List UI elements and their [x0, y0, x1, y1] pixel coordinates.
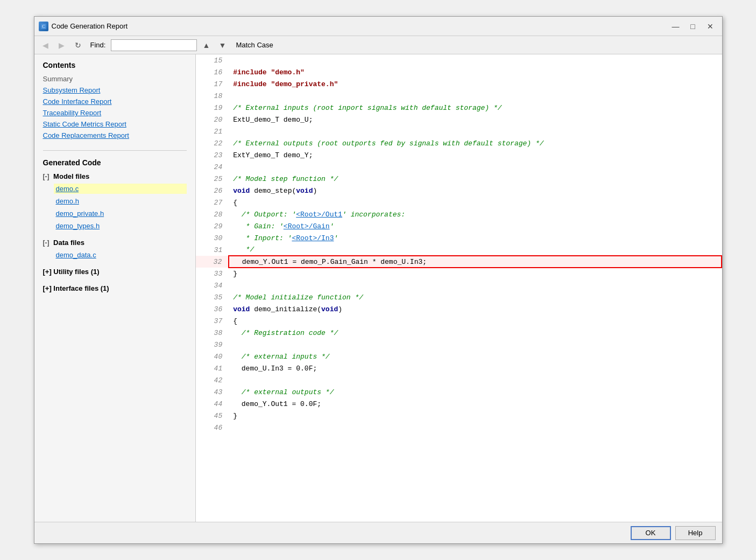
table-row: 20ExtU_demo_T demo_U;: [196, 114, 722, 125]
line-code: demo_Y.Out1 = demo_P.Gain_Gain * demo_U.…: [229, 256, 721, 268]
nav-item-code-interface-report[interactable]: Code Interface Report: [43, 97, 187, 106]
line-code: [229, 125, 721, 137]
code-table: 1516#include "demo.h"17#include "demo_pr…: [196, 54, 722, 433]
utility-files-header[interactable]: [+] Utility files (1): [43, 268, 187, 276]
window-title: Code Generation Report: [52, 22, 668, 30]
maximize-button[interactable]: □: [686, 20, 701, 32]
line-number: 37: [196, 315, 229, 327]
kw-token: void: [296, 187, 313, 195]
sidebar-divider: [43, 150, 187, 151]
find-up-button[interactable]: ▲: [199, 39, 213, 52]
line-code: [229, 339, 721, 351]
normal-token: ): [338, 305, 342, 313]
nav-item-summary: Summary: [43, 75, 187, 83]
table-row: 29 * Gain: '<Root>/Gain': [196, 220, 722, 232]
nav-items: SummarySubsystem ReportCode Interface Re…: [43, 75, 187, 143]
table-row: 46: [196, 422, 722, 433]
line-code: [229, 90, 721, 102]
data-files-group: [-] Data files demo_data.c: [43, 239, 187, 262]
line-code: [229, 161, 721, 173]
window-controls: — □ ✕: [668, 20, 718, 32]
line-number: 33: [196, 268, 229, 279]
line-code: [229, 279, 721, 291]
table-row: 16#include "demo.h": [196, 66, 722, 78]
link-token[interactable]: <Root>/Out1: [296, 211, 342, 219]
search-input[interactable]: [111, 39, 197, 51]
line-code: /* External inputs (root inport signals …: [229, 102, 721, 114]
table-row: 41 demo_U.In3 = 0.0F;: [196, 362, 722, 374]
ok-button[interactable]: OK: [631, 526, 671, 540]
model-files-header[interactable]: [-] Model files: [43, 172, 187, 180]
line-number: 26: [196, 185, 229, 197]
comment-token: /* Model initialize function */: [233, 293, 363, 302]
table-row: 37{: [196, 315, 722, 327]
line-number: 18: [196, 90, 229, 102]
file-item-demo_types-h[interactable]: demo_types.h: [54, 221, 187, 231]
utility-files-group: [+] Utility files (1): [43, 268, 187, 279]
normal-token: {: [233, 199, 237, 207]
file-item-demo_private-h[interactable]: demo_private.h: [54, 208, 187, 219]
bottom-bar: OK Help: [34, 522, 722, 543]
kw-token: void: [233, 187, 250, 195]
line-code: void demo_step(void): [229, 185, 721, 197]
line-number: 41: [196, 362, 229, 374]
line-number: 23: [196, 149, 229, 161]
line-code: }: [229, 410, 721, 422]
data-files-header[interactable]: [-] Data files: [43, 239, 187, 247]
line-code: ExtY_demo_T demo_Y;: [229, 149, 721, 161]
file-item-demo-h[interactable]: demo.h: [54, 196, 187, 206]
find-down-button[interactable]: ▼: [215, 39, 229, 52]
comment-token: /* External inputs (root inport signals …: [233, 104, 501, 112]
back-button[interactable]: ◀: [39, 39, 53, 52]
comment-token: ': [334, 234, 338, 242]
table-row: 33}: [196, 268, 722, 279]
data-files-collapse-icon: [-]: [43, 239, 50, 247]
data-files-label: Data files: [52, 239, 84, 247]
nav-item-subsystem-report[interactable]: Subsystem Report: [43, 86, 187, 94]
comment-token: /* Registration code */: [233, 329, 338, 337]
normal-token: ): [313, 187, 317, 195]
line-number: 15: [196, 54, 229, 66]
comment-token: /* external outputs */: [233, 388, 334, 396]
comment-token: /* Outport: ': [233, 211, 296, 219]
model-files-list: demo.cdemo.hdemo_private.hdemo_types.h: [43, 184, 187, 231]
link-token[interactable]: <Root>/In3: [292, 234, 334, 242]
table-row: 40 /* external inputs */: [196, 351, 722, 362]
directive-token: #include "demo_private.h": [233, 80, 338, 88]
interface-files-header[interactable]: [+] Interface files (1): [43, 284, 187, 292]
table-row: 39: [196, 339, 722, 351]
line-code: */: [229, 244, 721, 256]
table-row: 35/* Model initialize function */: [196, 291, 722, 303]
refresh-button[interactable]: ↻: [71, 39, 85, 52]
table-row: 17#include "demo_private.h": [196, 78, 722, 90]
nav-item-static-code-metrics-report[interactable]: Static Code Metrics Report: [43, 120, 187, 128]
line-number: 32: [196, 256, 229, 268]
table-row: 38 /* Registration code */: [196, 327, 722, 339]
file-item-demo_data-c[interactable]: demo_data.c: [54, 250, 187, 260]
help-button[interactable]: Help: [675, 526, 716, 540]
link-token[interactable]: <Root>/Gain: [284, 222, 330, 230]
nav-item-traceability-report[interactable]: Traceability Report: [43, 109, 187, 117]
line-number: 24: [196, 161, 229, 173]
table-row: 15: [196, 54, 722, 66]
table-row: 19/* External inputs (root inport signal…: [196, 102, 722, 114]
line-number: 25: [196, 173, 229, 185]
minimize-button[interactable]: —: [668, 20, 683, 32]
line-code: /* Registration code */: [229, 327, 721, 339]
code-body: 1516#include "demo.h"17#include "demo_pr…: [196, 54, 722, 433]
sidebar: Contents SummarySubsystem ReportCode Int…: [34, 54, 196, 522]
line-code: void demo_initialize(void): [229, 303, 721, 315]
forward-button[interactable]: ▶: [55, 39, 69, 52]
close-button[interactable]: ✕: [703, 20, 718, 32]
line-code: }: [229, 268, 721, 279]
comment-token: /* Model step function */: [233, 175, 338, 183]
contents-title: Contents: [43, 61, 187, 69]
comment-token: ': [330, 222, 334, 230]
line-number: 22: [196, 137, 229, 149]
file-item-demo-c[interactable]: demo.c: [54, 184, 187, 194]
line-code: /* Outport: '<Root>/Out1' incorporates:: [229, 208, 721, 220]
comment-token: */: [233, 246, 254, 254]
line-code: /* External outputs (root outports fed b…: [229, 137, 721, 149]
nav-item-code-replacements-report[interactable]: Code Replacements Report: [43, 131, 187, 139]
normal-token: demo_Y.Out1 = 0.0F;: [233, 400, 321, 408]
